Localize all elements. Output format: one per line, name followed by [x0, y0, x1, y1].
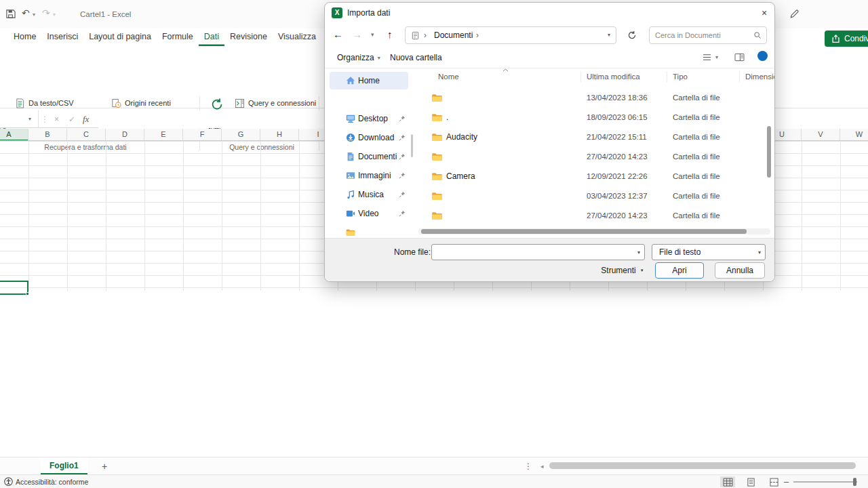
name-box[interactable]: ▾: [0, 110, 39, 128]
cancel-button[interactable]: Annulla: [715, 262, 765, 279]
address-dropdown-icon[interactable]: ▾: [608, 27, 610, 43]
filename-combo[interactable]: ▾: [431, 244, 645, 260]
selected-cell-a1[interactable]: [0, 281, 28, 295]
header-separator[interactable]: [667, 71, 667, 82]
page-break-view-button[interactable]: [766, 476, 781, 487]
add-sheet-button[interactable]: +: [102, 458, 107, 475]
sidebar-item-documenti[interactable]: Documenti: [330, 148, 408, 165]
column-header-tipo[interactable]: Tipo: [673, 73, 688, 81]
column-header-B[interactable]: B: [28, 129, 67, 141]
sheet-tab-foglio1[interactable]: Foglio1: [41, 458, 87, 474]
header-separator[interactable]: [739, 71, 740, 82]
breadcrumb-separator[interactable]: ›: [476, 27, 479, 43]
file-row[interactable]: . 18/09/2023 06:15 Cartella di file: [414, 108, 767, 127]
column-header-A[interactable]: A: [0, 129, 28, 141]
help-icon[interactable]: [757, 51, 768, 61]
formula-bar-handle[interactable]: ⋮: [41, 110, 49, 128]
tab-layout-di-pagina[interactable]: Layout di pagina: [83, 28, 157, 46]
column-header-V[interactable]: V: [802, 129, 840, 141]
column-header-H[interactable]: H: [260, 129, 299, 141]
search-input[interactable]: [655, 28, 750, 42]
view-mode-button[interactable]: ▾: [702, 53, 718, 62]
new-folder-button[interactable]: Nuova cartella: [390, 53, 442, 62]
recent-locations-icon[interactable]: ▾: [371, 31, 374, 38]
organize-button[interactable]: Organizza ▾: [337, 53, 380, 62]
fx-icon[interactable]: fx: [83, 110, 89, 128]
origini-recenti-button[interactable]: Origini recenti: [111, 96, 171, 110]
breadcrumb-documenti[interactable]: Documenti: [434, 27, 473, 43]
file-row[interactable]: 13/04/2023 18:36 Cartella di file: [414, 88, 767, 108]
column-header-E[interactable]: E: [144, 129, 183, 141]
redo-dropdown-icon[interactable]: ▾: [53, 12, 56, 18]
column-header-nome[interactable]: Nome: [438, 73, 459, 81]
up-icon[interactable]: ↑: [387, 28, 393, 40]
filename-dropdown-icon[interactable]: ▾: [637, 249, 640, 256]
filename-input[interactable]: [435, 245, 625, 259]
folder-icon: [431, 133, 443, 142]
column-header-G[interactable]: G: [222, 129, 260, 141]
tab-formule[interactable]: Formule: [157, 28, 199, 46]
page-layout-view-button[interactable]: [743, 476, 758, 487]
name-box-dropdown-icon[interactable]: ▾: [28, 110, 31, 128]
redo-button[interactable]: ↷: [42, 7, 50, 18]
accessibility-status[interactable]: Accessibilità: conforme: [16, 475, 88, 488]
address-bar[interactable]: › Documenti › ▾: [405, 26, 616, 44]
file-row[interactable]: 27/04/2020 14:23 Cartella di file: [414, 206, 767, 226]
zoom-slider[interactable]: [793, 481, 857, 483]
refresh-icon[interactable]: [627, 30, 637, 40]
file-row[interactable]: 27/04/2020 14:23 Cartella di file: [414, 147, 767, 167]
file-row[interactable]: Camera 12/09/2021 22:26 Cartella di file: [414, 167, 767, 186]
tab-inserisci[interactable]: Inserisci: [41, 28, 83, 46]
column-header-dimensione[interactable]: Dimensione: [745, 73, 775, 81]
sheet-tab-menu-icon[interactable]: ⋮: [524, 458, 532, 475]
query-connessioni-button[interactable]: Query e connessioni: [235, 96, 316, 110]
file-type: Cartella di file: [673, 186, 720, 206]
sidebar-item-immagini[interactable]: Immagini: [330, 167, 408, 184]
close-icon[interactable]: ×: [762, 7, 767, 18]
list-vertical-scrollbar-thumb[interactable]: [767, 126, 771, 178]
header-separator[interactable]: [580, 71, 581, 82]
zoom-out-button[interactable]: –: [784, 475, 789, 488]
back-icon[interactable]: ←: [333, 28, 343, 40]
search-box[interactable]: [649, 26, 767, 44]
text-csv-icon: [15, 98, 25, 108]
pin-icon: [399, 134, 406, 141]
zoom-slider-thumb[interactable]: [853, 478, 856, 486]
sidebar-item-musica[interactable]: Musica: [330, 186, 408, 203]
file-row[interactable]: 03/04/2023 12:37 Cartella di file: [414, 186, 767, 206]
column-header-W[interactable]: W: [840, 129, 868, 141]
sidebar-item-download[interactable]: Download: [330, 129, 408, 146]
undo-button[interactable]: ↶: [22, 7, 30, 18]
save-button[interactable]: [5, 9, 16, 19]
filetype-dropdown-icon[interactable]: ▾: [758, 249, 761, 256]
tab-revisione[interactable]: Revisione: [224, 28, 273, 46]
da-testo-csv-button[interactable]: Da testo/CSV: [15, 96, 74, 110]
enter-icon: ✓: [68, 110, 75, 128]
tab-dati[interactable]: Dati: [199, 28, 224, 46]
normal-view-button[interactable]: [720, 476, 735, 487]
sidebar-item-desktop[interactable]: Desktop: [330, 110, 408, 127]
tab-visualizza[interactable]: Visualizza: [273, 28, 321, 46]
sidebar-item-video[interactable]: Video: [330, 205, 408, 222]
sidebar-item-home[interactable]: Home: [330, 72, 408, 89]
file-row[interactable]: Audacity 21/04/2022 15:11 Cartella di fi…: [414, 127, 767, 147]
sidebar-scrollbar-thumb[interactable]: [411, 134, 413, 157]
preview-pane-button[interactable]: [734, 53, 745, 62]
filetype-select[interactable]: File di testo ▾: [652, 244, 766, 260]
horizontal-scrollbar-thumb[interactable]: [549, 462, 856, 469]
column-header-F[interactable]: F: [183, 129, 222, 141]
tools-button[interactable]: Strumenti ▼: [598, 262, 647, 279]
hscroll-left-arrow[interactable]: ◂: [540, 458, 544, 475]
sort-ascending-icon[interactable]: [502, 68, 509, 72]
tab-home[interactable]: Home: [8, 28, 41, 46]
open-button[interactable]: Apri: [655, 262, 704, 279]
list-horizontal-scrollbar-thumb[interactable]: [421, 229, 747, 234]
column-header-C[interactable]: C: [67, 129, 106, 141]
column-header-D[interactable]: D: [106, 129, 144, 141]
fill-handle[interactable]: [26, 292, 29, 296]
share-button[interactable]: Condividi: [825, 30, 868, 47]
breadcrumb-separator[interactable]: ›: [424, 27, 427, 43]
draw-icon[interactable]: [789, 9, 800, 19]
column-header-ultima-modifica[interactable]: Ultima modifica: [587, 73, 640, 81]
undo-dropdown-icon[interactable]: ▾: [33, 12, 35, 18]
